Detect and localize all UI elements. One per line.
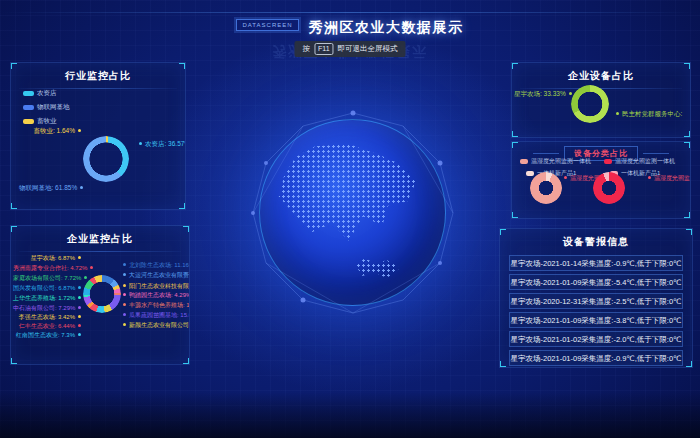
chart-callout-wulianwang: 物联网基地: 61.85% xyxy=(19,184,83,191)
chart-label: 北刘陈生态农场: 11.16% xyxy=(123,262,190,269)
panel-title-enterprise-device: 企业设备占比 xyxy=(512,69,690,83)
panel-device-category: 设备分类占比 温湿度光照监测一体机 一体机新产品1 温湿度光照监测一 温湿度光照… xyxy=(511,141,691,219)
fullscreen-hint-toast: 按 F11 即可退出全屏模式 xyxy=(294,41,405,57)
alarm-list: 星宇农场-2021-01-14采集温度:-0.9℃,低于下限:0℃ 星宇农场-2… xyxy=(500,255,692,366)
legend-label: 畜牧业 xyxy=(37,117,57,126)
chart-callout-xingyu: 星宇农场: 33.33% xyxy=(514,90,568,97)
f11-key-badge: F11 xyxy=(314,43,334,55)
alarm-row: 星宇农场-2021-01-14采集温度:-0.9℃,低于下限:0℃ xyxy=(509,255,683,271)
legend-swatch xyxy=(526,171,534,176)
corner-decoration xyxy=(10,358,17,365)
panel-title-enterprise-monitor: 企业监控占比 xyxy=(11,232,189,246)
corner-decoration xyxy=(10,62,17,69)
industry-legend: 农资店 物联网基地 畜牧业 xyxy=(23,89,70,126)
legend-item[interactable]: 温湿度光照监测一体机 xyxy=(604,157,675,166)
legend-label: 农资店 xyxy=(37,89,57,98)
legend-label: 温湿度光照监测一体机 xyxy=(531,157,591,166)
legend-item-wulianwang[interactable]: 物联网基地 xyxy=(23,103,70,112)
corner-decoration xyxy=(684,62,691,69)
alarm-row: 星宇农场-2021-01-09采集温度:-5.4℃,低于下限:0℃ xyxy=(509,274,683,290)
enterprise-monitor-donut-chart[interactable] xyxy=(83,275,121,313)
chart-label: 上华生态养殖场: 1.72% xyxy=(13,295,81,302)
chart-label: 新颜生态农业有限公司: 6.87% xyxy=(123,322,190,329)
hint-suffix: 即可退出全屏模式 xyxy=(338,44,398,54)
corner-decoration xyxy=(684,131,691,138)
corner-decoration xyxy=(511,131,518,138)
dashboard-stage: 秀洲区农业大数据展示 DATASCREEN秀洲区农业大数据展示 按 F11 即可… xyxy=(0,0,700,438)
chart-callout-nongzidian: 农资店: 36.57% xyxy=(139,140,186,147)
header-divider-line xyxy=(0,12,700,13)
chart-label: 丰源水产特色养殖场: 1. xyxy=(123,302,190,309)
chart-label: 家庭农场有限公司: 7.72% xyxy=(13,275,81,282)
chart-label: 瓜果蔬园苗圃基地: 15.02% xyxy=(123,312,190,319)
corner-decoration xyxy=(183,225,190,232)
corner-decoration xyxy=(183,358,190,365)
corner-decoration xyxy=(179,203,186,210)
corner-decoration xyxy=(499,228,506,235)
enterprise-device-donut-chart[interactable] xyxy=(571,85,609,123)
chart-label: 中石油有限公司: 7.29% xyxy=(13,305,81,312)
alarm-row: 星宇农场-2021-01-02采集温度:-2.0℃,低于下限:0℃ xyxy=(509,331,683,347)
chart-label: 红南国生态农业: 7.3% xyxy=(13,332,81,339)
chart-label: 仁丰生态农业: 6.44% xyxy=(13,323,81,330)
hint-prefix: 按 xyxy=(302,44,310,54)
chart-label: 国兴发有限公司: 6.87% xyxy=(13,285,81,292)
corner-decoration xyxy=(686,228,693,235)
corner-decoration xyxy=(511,62,518,69)
chart-callout: 温湿度光照监 xyxy=(648,175,690,182)
chart-callout-xumuye: 畜牧业: 1.64% xyxy=(13,127,81,134)
alarm-row: 星宇农场-2021-01-09采集温度:-3.8℃,低于下限:0℃ xyxy=(509,312,683,328)
chart-callout-minzhucun: 民主村党群服务中心: xyxy=(616,110,682,117)
alarm-row: 星宇农场-2020-12-31采集温度:-2.5℃,低于下限:0℃ xyxy=(509,293,683,309)
legend-item[interactable]: 温湿度光照监测一体机 xyxy=(520,157,591,166)
page-title: 秀洲区农业大数据展示 xyxy=(309,19,464,37)
corner-decoration xyxy=(10,225,17,232)
legend-swatch xyxy=(604,159,612,164)
corner-decoration xyxy=(179,62,186,69)
legend-swatch xyxy=(23,105,34,110)
chart-label: 鸭踏园生态农场: 4.29% xyxy=(123,292,190,299)
header: DATASCREEN秀洲区农业大数据展示 xyxy=(0,18,700,37)
legend-swatch xyxy=(23,91,34,96)
panel-title-industry: 行业监控占比 xyxy=(11,69,185,83)
panel-title-device-alarms: 设备警报信息 xyxy=(500,235,692,249)
corner-decoration xyxy=(511,212,518,219)
category-donut-left[interactable] xyxy=(530,172,562,204)
chart-label: 星宇农场: 6.87% xyxy=(13,255,81,262)
panel-title-underline xyxy=(19,251,181,252)
panel-enterprise-device: 企业设备占比 星宇农场: 33.33% 民主村党群服务中心: xyxy=(511,62,691,138)
chart-label: 秀洲雨露专业合作社: 4.72% xyxy=(13,265,81,272)
legend-label: 物联网基地 xyxy=(37,103,70,112)
chart-label: 大运河生态农业有限责任公 xyxy=(123,272,190,279)
legend-swatch xyxy=(520,159,528,164)
alarm-row: 星宇农场-2021-01-09采集温度:-0.9℃,低于下限:0℃ xyxy=(509,350,683,366)
corner-decoration xyxy=(10,203,17,210)
industry-donut-chart[interactable] xyxy=(83,136,129,182)
header-line-left xyxy=(533,153,559,154)
legend-item-nongzidian[interactable]: 农资店 xyxy=(23,89,70,98)
corner-decoration xyxy=(684,212,691,219)
legend-item-xumuye[interactable]: 畜牧业 xyxy=(23,117,70,126)
panel-device-alarms: 设备警报信息 星宇农场-2021-01-14采集温度:-0.9℃,低于下限:0℃… xyxy=(499,228,693,368)
legend-label: 温湿度光照监测一体机 xyxy=(615,157,675,166)
category-donut-right[interactable] xyxy=(593,172,625,204)
chart-label: 李强生态农场: 3.42% xyxy=(13,314,81,321)
chart-label: 阳门生态农业科技有限公 xyxy=(123,283,190,290)
globe-visual xyxy=(259,119,446,306)
panel-enterprise-monitor: 企业监控占比 星宇农场: 6.87% 秀洲雨露专业合作社: 4.72% 家庭农场… xyxy=(10,225,190,365)
legend-swatch xyxy=(23,119,34,124)
bottom-vignette xyxy=(0,392,700,438)
panel-industry-monitor: 行业监控占比 农资店 物联网基地 畜牧业 畜牧业: 1.64% 农资店: 36.… xyxy=(10,62,186,210)
brand-logo: DATASCREEN xyxy=(236,19,298,31)
header-line-right xyxy=(643,153,669,154)
